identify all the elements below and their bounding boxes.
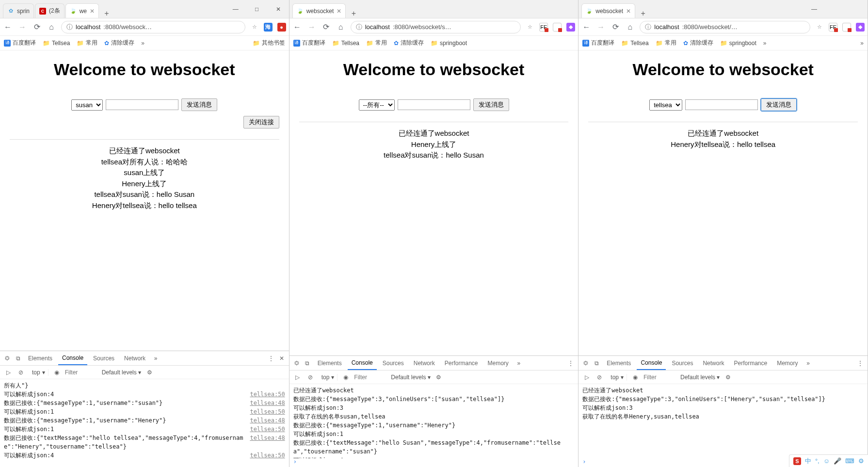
bookmark-item[interactable]: 📁常用 [656, 39, 676, 47]
devtools-tab[interactable]: Elements [314, 357, 346, 370]
devtools-tab[interactable]: Elements [603, 357, 635, 370]
home-button[interactable]: ⌂ [336, 23, 346, 32]
new-tab-button[interactable]: + [347, 9, 360, 18]
eye-icon[interactable]: ◉ [341, 374, 350, 381]
maximize-button[interactable]: □ [246, 0, 268, 18]
devtools-tab[interactable]: Sources [89, 352, 118, 365]
filter-input[interactable] [65, 369, 94, 376]
browser-tab[interactable]: 🍃websocket✕ [581, 3, 635, 18]
close-icon[interactable]: ✕ [337, 8, 341, 15]
forward-button[interactable]: → [596, 23, 606, 32]
console-source[interactable]: tellsea:50 [250, 451, 285, 460]
devtools-tab[interactable]: Network [120, 352, 149, 365]
extension-icon[interactable]: ◆ [566, 23, 575, 32]
bookmarks-overflow[interactable]: » [860, 40, 864, 47]
address-input[interactable]: ⓘlocalhost:8080/websocket/s… [351, 21, 521, 33]
forward-button[interactable]: → [307, 23, 317, 32]
recipient-select[interactable]: --所有-- [359, 99, 395, 111]
extension-icon[interactable]: ● [277, 23, 286, 32]
extension-icon[interactable]: ◆ [856, 23, 865, 32]
play-icon[interactable]: ▷ [582, 374, 591, 381]
home-button[interactable]: ⌂ [47, 23, 56, 32]
message-input[interactable] [685, 99, 758, 110]
recipient-select[interactable]: susan [71, 99, 103, 111]
bookmark-item[interactable]: 📁其他书签 [253, 39, 285, 47]
inspect-icon[interactable]: ⯐ [581, 360, 590, 367]
devtools-tab[interactable]: Console [58, 352, 87, 365]
device-icon[interactable]: ⧉ [303, 360, 312, 367]
reload-button[interactable]: ⟳ [32, 22, 42, 32]
close-connection-button[interactable]: 关闭连接 [243, 116, 279, 129]
new-tab-button[interactable]: + [636, 9, 650, 18]
clear-icon[interactable]: ⊘ [306, 374, 315, 381]
close-icon[interactable]: ✕ [626, 8, 631, 15]
devtools-tab[interactable]: Network [699, 357, 728, 370]
maximize-button[interactable] [825, 0, 846, 18]
message-input[interactable] [398, 99, 470, 110]
bookmark-item[interactable]: 📁springboot [720, 40, 756, 47]
devtools-more-icon[interactable]: ⋮ [856, 360, 865, 367]
console-output[interactable]: 已经连通了websocket数据已接收:{"messageType":3,"on… [579, 384, 868, 458]
extension-icon[interactable] [553, 23, 562, 32]
ime-punct-icon[interactable]: °, [815, 457, 820, 465]
devtools-more-icon[interactable]: ⋮ [566, 360, 575, 367]
eye-icon[interactable]: ◉ [52, 369, 61, 376]
ime-kbd-icon[interactable]: ⌨ [845, 457, 854, 465]
reload-button[interactable]: ⟳ [611, 22, 620, 32]
console-output[interactable]: 所有人"}可以解析成json:4tellsea:50数据已接收:{"messag… [0, 379, 289, 467]
devtools-tab[interactable]: Console [348, 356, 377, 370]
bookmark-item[interactable]: 译百度翻译 [582, 39, 614, 47]
console-source[interactable]: tellsea:50 [250, 407, 285, 416]
inspect-icon[interactable]: ⯐ [3, 355, 12, 362]
send-button[interactable]: 发送消息 [181, 98, 217, 111]
ime-lang-icon[interactable]: 中 [805, 457, 811, 466]
devtools-more-icon[interactable]: ⋮ [267, 355, 275, 362]
bookmark-item[interactable]: 译百度翻译 [4, 39, 36, 47]
devtools-tab[interactable]: Elements [24, 352, 56, 365]
eye-icon[interactable]: ◉ [631, 374, 640, 381]
bookmarks-overflow[interactable]: » [763, 40, 767, 47]
context-select[interactable]: top▾ [319, 374, 338, 381]
bookmark-item[interactable]: 📁常用 [77, 39, 97, 47]
console-output[interactable]: 已经连通了websocket数据已接收:{"messageType":3,"on… [289, 384, 579, 458]
ime-mic-icon[interactable]: 🎤 [834, 457, 841, 465]
back-button[interactable]: ← [581, 23, 591, 32]
levels-select[interactable]: Default levels ▾ [102, 369, 141, 376]
send-button[interactable]: 发送消息 [473, 98, 509, 111]
ime-gear-icon[interactable]: ⚙ [858, 457, 864, 465]
site-info-icon[interactable]: ⓘ [66, 23, 73, 32]
device-icon[interactable]: ⧉ [592, 360, 601, 367]
extension-icon[interactable]: FE [539, 23, 548, 32]
clear-icon[interactable]: ⊘ [16, 369, 25, 376]
bookmark-star-icon[interactable]: ☆ [250, 23, 259, 32]
gear-icon[interactable]: ⚙ [434, 374, 443, 381]
back-button[interactable]: ← [3, 23, 13, 32]
play-icon[interactable]: ▷ [293, 374, 302, 381]
console-source[interactable]: tellsea:48 [250, 416, 285, 425]
levels-select[interactable]: Default levels ▾ [391, 374, 430, 381]
console-source[interactable]: tellsea:48 [250, 399, 285, 407]
bookmark-item[interactable]: 📁springboot [431, 40, 467, 47]
back-button[interactable]: ← [292, 23, 302, 32]
extension-icon[interactable]: FE [829, 23, 837, 32]
bookmark-item[interactable]: 📁Tellsea [332, 40, 359, 47]
devtools-tab[interactable]: Performance [441, 357, 482, 370]
bookmark-item[interactable]: ✿清除缓存 [104, 39, 134, 47]
bookmark-item[interactable]: ✿清除缓存 [683, 39, 713, 47]
play-icon[interactable]: ▷ [4, 369, 13, 376]
gear-icon[interactable]: ⚙ [723, 374, 732, 381]
bookmark-item[interactable]: ✿清除缓存 [394, 39, 424, 47]
site-info-icon[interactable]: ⓘ [645, 23, 651, 32]
devtools-tab[interactable]: Performance [730, 357, 771, 370]
close-window-button[interactable]: ✕ [268, 0, 289, 18]
devtools-tab[interactable]: Sources [379, 357, 408, 370]
message-input[interactable] [106, 99, 178, 110]
browser-tab[interactable]: 🍃websocket✕ [292, 3, 346, 18]
address-input[interactable]: ⓘlocalhost:8080/websock… [61, 21, 245, 33]
minimize-button[interactable]: — [225, 0, 246, 18]
console-source[interactable]: tellsea:50 [250, 425, 285, 434]
filter-input[interactable] [643, 374, 673, 381]
context-select[interactable]: top▾ [608, 374, 627, 381]
devtools-tab[interactable]: Sources [668, 357, 697, 370]
context-select[interactable]: top▾ [29, 369, 48, 376]
